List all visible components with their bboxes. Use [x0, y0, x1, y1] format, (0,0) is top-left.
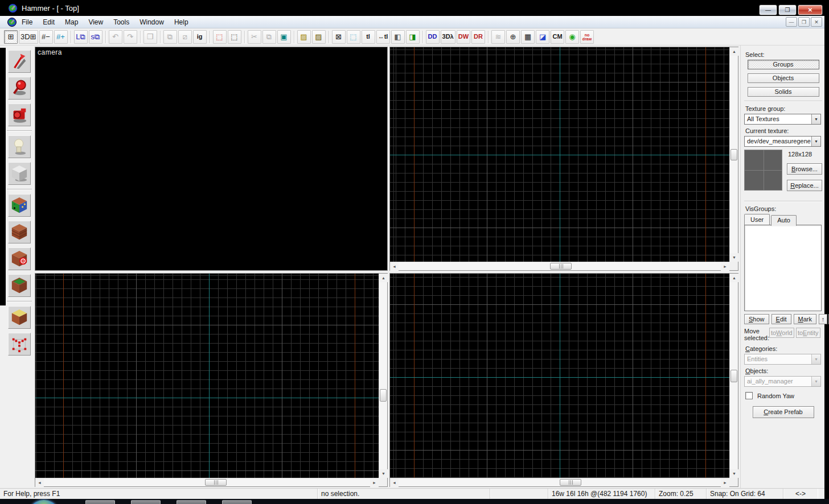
horizontal-scrollbar[interactable]: ◄ ► [390, 478, 729, 486]
undo-button[interactable]: ↶ [109, 30, 122, 44]
create-prefab-button[interactable]: Create Prefab [753, 406, 814, 418]
grid-2d[interactable] [35, 274, 379, 478]
toggle-sprites-button[interactable]: ⊕ [506, 30, 520, 44]
visgroup-edit-button[interactable]: Edit [771, 314, 791, 324]
clipping-tool[interactable] [8, 306, 31, 329]
visgroups-tab-auto[interactable]: Auto [771, 215, 797, 226]
scrollbar-thumb[interactable] [550, 263, 572, 270]
paste-button[interactable]: ▣ [277, 30, 291, 44]
visgroup-show-button[interactable]: Show [744, 314, 769, 324]
replace-button[interactable]: Replace... [787, 180, 822, 191]
toggle-displacement-walkable-button[interactable]: DW [457, 30, 470, 44]
toggle-detail-objects-button[interactable]: DD [426, 30, 440, 44]
carve-with-selected-button[interactable]: ❒ [143, 30, 157, 44]
visgroup-mark-button[interactable]: Mark [794, 314, 816, 324]
scrollbar-thumb[interactable] [730, 370, 737, 382]
mdi-minimize-button[interactable]: — [786, 17, 797, 27]
menu-window[interactable]: Window [134, 16, 169, 28]
dropdown-arrow-icon[interactable]: ▼ [811, 137, 820, 146]
camera-viewport[interactable]: camera [35, 47, 388, 271]
toggle-displacement-remove-button[interactable]: DR [471, 30, 485, 44]
copy-button[interactable]: ⧉ [262, 30, 276, 44]
select-groups-button[interactable]: Groups [748, 60, 819, 69]
visgroups-tab-user[interactable]: User [744, 214, 770, 225]
scroll-left-button[interactable]: ◄ [390, 262, 399, 271]
group-button[interactable]: ⧉ [163, 30, 177, 44]
visgroup-move-up-button[interactable]: ↑ [819, 314, 827, 324]
color-mode-button[interactable]: CM [551, 30, 564, 44]
side-2d-viewport[interactable]: ▲ ▼ ◄ ► [389, 273, 738, 487]
ignore-groups-button[interactable]: ig [193, 30, 207, 44]
taskbar-item[interactable] [222, 500, 252, 504]
vertical-scrollbar[interactable]: ▲ ▼ [729, 47, 738, 262]
random-yaw-checkbox[interactable] [745, 392, 753, 399]
camera-tool[interactable] [8, 104, 31, 126]
dropdown-arrow-icon[interactable]: ▼ [811, 114, 820, 124]
front-2d-viewport[interactable]: ▲ ▼ ◄ ► [35, 273, 388, 487]
flip-horizontal-button[interactable]: ◧ [391, 30, 405, 44]
scroll-down-button[interactable]: ▼ [379, 469, 388, 478]
auto-drag-select-button[interactable]: ⬚ [347, 30, 360, 44]
block-tool[interactable] [8, 162, 31, 185]
select-solids-button[interactable]: Solids [748, 87, 819, 97]
apply-decals-tool[interactable] [8, 247, 31, 270]
apply-current-texture-tool[interactable] [8, 221, 31, 243]
restore-button[interactable]: ❐ [778, 5, 797, 15]
toggle-props-button[interactable]: ◉ [565, 30, 579, 44]
larger-grid-button[interactable]: #+ [54, 30, 68, 44]
scroll-down-button[interactable]: ▼ [730, 253, 738, 262]
hide-unselected-button[interactable]: ⬚ [228, 30, 241, 44]
hide-selected-button[interactable]: ⬚ [213, 30, 227, 44]
overlay-tool[interactable] [8, 274, 31, 297]
start-orb-icon[interactable] [31, 500, 56, 504]
redo-button[interactable]: ↷ [124, 30, 137, 44]
current-texture-dropdown[interactable]: dev/dev_measuregene ▼ [744, 136, 821, 147]
entity-tool[interactable] [8, 135, 31, 158]
texture-scale-lock-button[interactable]: ↔tl [376, 30, 390, 44]
windows-taskbar[interactable] [0, 499, 829, 504]
scroll-left-button[interactable]: ◄ [35, 478, 44, 487]
scrollbar-thumb[interactable] [560, 479, 581, 486]
menu-file[interactable]: File [17, 16, 38, 28]
smaller-grid-button[interactable]: #− [39, 30, 53, 44]
menu-tools[interactable]: Tools [108, 16, 134, 28]
texture-application-tool[interactable] [8, 194, 31, 217]
visgroups-list[interactable] [744, 225, 822, 311]
minimize-button[interactable]: — [759, 5, 777, 15]
scroll-up-button[interactable]: ▲ [730, 47, 738, 56]
scroll-right-button[interactable]: ► [721, 262, 729, 271]
scroll-right-button[interactable]: ► [370, 478, 379, 487]
top-2d-viewport[interactable]: ▲ ▼ ◄ ► [389, 47, 738, 271]
taskbar-item[interactable] [131, 500, 161, 504]
taskbar-item[interactable] [177, 500, 206, 504]
vertical-scrollbar[interactable]: ▲ ▼ [379, 274, 387, 478]
ungroup-button[interactable]: ⧄ [178, 30, 192, 44]
toggle-3d-grid-button[interactable]: 3D⊞ [19, 30, 38, 44]
to-world-button[interactable]: toWorld [769, 328, 794, 338]
objects-dropdown[interactable]: ai_ally_manager ▼ [744, 376, 821, 387]
magnify-tool[interactable] [8, 77, 31, 100]
menu-map[interactable]: Map [60, 16, 83, 28]
taskbar-item[interactable] [85, 500, 115, 504]
horizontal-scrollbar[interactable]: ◄ ► [35, 478, 379, 486]
cordon-edit-button[interactable]: ▨ [297, 30, 311, 44]
toggle-3d-models-button[interactable]: 3Dλ [441, 30, 455, 44]
toggle-occluders-button[interactable]: ▦ [521, 30, 535, 44]
to-entity-button[interactable]: toEntity [796, 328, 821, 338]
toggle-fade-preview-button[interactable]: ◪ [536, 30, 549, 44]
toggle-nodraw-button[interactable]: no draw [580, 30, 594, 44]
cut-button[interactable]: ✂ [248, 30, 261, 44]
title-bar[interactable]: Hammer - [ - Top] — ❐ ✕ [0, 0, 824, 16]
texture-group-dropdown[interactable]: All Textures ▼ [744, 114, 821, 125]
save-window-state-button[interactable]: s⧉ [89, 30, 102, 44]
scrollbar-thumb[interactable] [380, 389, 387, 402]
selection-tool[interactable] [8, 50, 31, 73]
texture-lock-button[interactable]: tl [362, 30, 375, 44]
scroll-down-button[interactable]: ▼ [730, 469, 738, 478]
select-objects-button[interactable]: Objects [748, 73, 819, 83]
vertex-manipulation-tool[interactable] [8, 333, 31, 356]
menu-help[interactable]: Help [169, 16, 194, 28]
mdi-close-button[interactable]: ✕ [811, 17, 822, 27]
horizontal-scrollbar[interactable]: ◄ ► [390, 262, 729, 270]
vertical-scrollbar[interactable]: ▲ ▼ [729, 274, 738, 478]
